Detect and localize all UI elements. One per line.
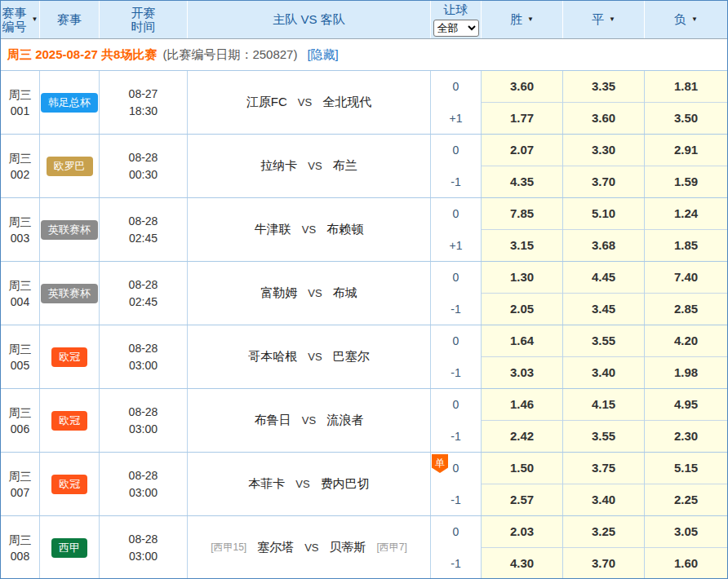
- match-date: 08-27: [129, 86, 158, 103]
- lose-odds-line0[interactable]: 1.81: [645, 71, 727, 103]
- start-time-cell: 08-28 03:00: [100, 516, 188, 579]
- win-odds-line0[interactable]: 3.60: [482, 71, 562, 103]
- win-sort-caret-icon[interactable]: ▼: [527, 16, 534, 23]
- handicap-value: -1: [431, 166, 481, 198]
- away-team: 布兰: [333, 158, 357, 174]
- handicap-cell: 0 -1: [431, 389, 482, 452]
- lose-odds-line1[interactable]: 1.59: [645, 166, 727, 198]
- sort-caret-icon[interactable]: ▼: [32, 16, 38, 23]
- win-odds-line1[interactable]: 1.77: [482, 103, 562, 135]
- win-odds-line0[interactable]: 1.50: [482, 453, 562, 484]
- lose-odds-column: 4.95 2.30: [645, 389, 727, 452]
- home-team: 本菲卡: [248, 476, 285, 492]
- match-date: 08-28: [129, 340, 158, 357]
- lose-odds-line0[interactable]: 4.20: [645, 325, 727, 357]
- draw-odds-line1[interactable]: 3.70: [563, 548, 644, 579]
- start-time-cell: 08-28 02:45: [100, 198, 188, 261]
- lose-odds-line1[interactable]: 1.85: [645, 230, 727, 262]
- match-number-label-line1: 赛事: [2, 6, 27, 20]
- lose-odds-line1[interactable]: 2.30: [645, 421, 727, 453]
- win-odds-line0[interactable]: 2.07: [482, 135, 562, 166]
- league-badge: 欧冠: [51, 411, 87, 431]
- win-odds-line0[interactable]: 1.64: [482, 325, 562, 357]
- draw-odds-column: 4.45 3.45: [563, 262, 645, 325]
- lose-odds-line1[interactable]: 2.25: [645, 484, 727, 516]
- match-number-label-line2: 编号: [2, 20, 27, 33]
- home-team: 布鲁日: [255, 413, 291, 428]
- lose-odds-line1[interactable]: 3.50: [645, 103, 727, 135]
- lose-odds-line1[interactable]: 2.85: [645, 294, 727, 325]
- teams-cell: 牛津联 VS 布赖顿: [188, 198, 431, 261]
- draw-odds-line0[interactable]: 4.15: [563, 389, 644, 421]
- win-odds-column: 2.07 4.35: [482, 135, 563, 197]
- draw-odds-line0[interactable]: 3.55: [563, 325, 644, 357]
- win-odds-line1[interactable]: 4.30: [482, 548, 562, 579]
- win-odds-column: 1.50 2.57: [482, 453, 563, 515]
- win-odds-line1[interactable]: 2.57: [482, 484, 562, 516]
- draw-odds-line1[interactable]: 3.45: [563, 294, 644, 325]
- vs-label: VS: [295, 478, 309, 490]
- lose-odds-line0[interactable]: 2.91: [645, 135, 727, 166]
- handicap-filter-select[interactable]: 全部: [433, 20, 479, 37]
- lose-odds-line0[interactable]: 5.15: [645, 453, 727, 484]
- lose-odds-line0[interactable]: 1.24: [645, 198, 727, 230]
- home-team: 江原FC: [246, 95, 287, 110]
- lose-odds-line1[interactable]: 1.60: [645, 548, 727, 579]
- start-time-cell: 08-28 03:00: [100, 389, 188, 452]
- win-odds-line1[interactable]: 3.15: [482, 230, 562, 262]
- start-time-cell: 08-28 03:00: [100, 453, 188, 515]
- draw-odds-line1[interactable]: 3.40: [563, 357, 644, 389]
- win-odds-line1[interactable]: 4.35: [482, 166, 562, 198]
- draw-odds-line1[interactable]: 3.60: [563, 103, 644, 135]
- col-header-start-time: 开赛 时间: [100, 1, 188, 38]
- col-header-win: 胜 ▼: [482, 1, 563, 38]
- start-time-cell: 08-27 18:30: [100, 71, 188, 134]
- draw-odds-line0[interactable]: 3.35: [563, 71, 644, 103]
- match-row: 周三 006 欧冠 08-28 03:00 布鲁日 VS 流浪者: [1, 389, 727, 453]
- win-odds-line0[interactable]: 2.03: [482, 516, 562, 548]
- start-time-cell: 08-28 02:45: [100, 262, 188, 325]
- draw-odds-line1[interactable]: 3.55: [563, 421, 644, 453]
- league-badge: 韩足总杯: [41, 93, 98, 113]
- league-cell: 欧冠: [40, 325, 100, 388]
- handicap-value: -1: [431, 548, 481, 579]
- draw-odds-line0[interactable]: 3.30: [563, 135, 644, 166]
- home-team: 富勒姆: [260, 285, 297, 301]
- win-odds-column: 3.60 1.77: [482, 71, 563, 134]
- league-cell: 英联赛杯: [40, 198, 100, 261]
- lose-odds-line1[interactable]: 1.98: [645, 357, 727, 389]
- draw-sort-caret-icon[interactable]: ▼: [609, 16, 615, 23]
- match-rows: 周三 001 韩足总杯 08-27 18:30 江原FC VS 全北现代: [1, 71, 727, 579]
- win-odds-column: 1.46 2.42: [482, 389, 563, 452]
- win-odds-line0[interactable]: 1.30: [482, 262, 562, 294]
- lose-odds-line0[interactable]: 4.95: [645, 389, 727, 421]
- win-odds-line0[interactable]: 1.46: [482, 389, 562, 421]
- handicap-cell: 0 +1: [431, 198, 482, 261]
- lose-odds-column: 5.15 2.25: [645, 453, 727, 515]
- league-badge: 西甲: [51, 538, 87, 558]
- draw-odds-line0[interactable]: 4.45: [563, 262, 644, 294]
- draw-odds-line1[interactable]: 3.70: [563, 166, 644, 198]
- draw-odds-line1[interactable]: 3.68: [563, 230, 644, 262]
- lose-sort-caret-icon[interactable]: ▼: [691, 16, 698, 23]
- win-odds-line1[interactable]: 3.03: [482, 357, 562, 389]
- hide-link[interactable]: [隐藏]: [307, 47, 338, 63]
- win-odds-line1[interactable]: 2.42: [482, 421, 562, 453]
- draw-odds-line0[interactable]: 3.75: [563, 453, 644, 484]
- draw-odds-line0[interactable]: 5.10: [563, 198, 644, 230]
- win-odds-line0[interactable]: 7.85: [482, 198, 562, 230]
- draw-odds-line0[interactable]: 3.25: [563, 516, 644, 548]
- handicap-value: 0: [431, 389, 481, 421]
- win-header-label: 胜: [510, 12, 522, 28]
- handicap-cell: 0 -1: [431, 516, 482, 579]
- match-number: 005: [11, 357, 29, 373]
- match-number-cell: 周三 008: [1, 516, 40, 579]
- match-day: 周三: [9, 468, 32, 484]
- draw-odds-column: 3.35 3.60: [563, 71, 645, 134]
- lose-odds-line0[interactable]: 7.40: [645, 262, 727, 294]
- win-odds-line1[interactable]: 2.05: [482, 294, 562, 325]
- lose-odds-line0[interactable]: 3.05: [645, 516, 727, 548]
- draw-odds-line1[interactable]: 3.40: [563, 484, 644, 516]
- away-team: 流浪者: [326, 413, 363, 428]
- handicap-value: +1: [431, 103, 481, 135]
